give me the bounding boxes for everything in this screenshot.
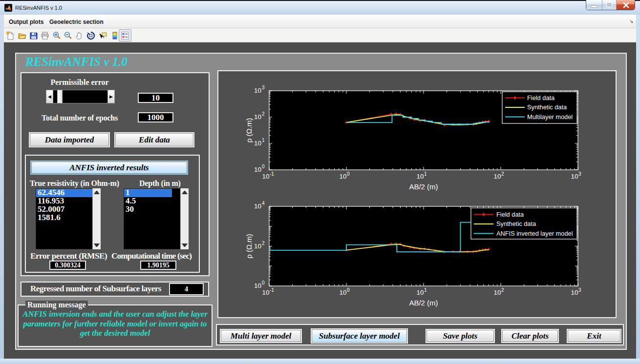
svg-text:AB/2 (m): AB/2 (m) xyxy=(409,182,438,191)
svg-text:4: 4 xyxy=(262,201,265,206)
svg-text:1: 1 xyxy=(262,138,265,143)
svg-text:AB/2 (m): AB/2 (m) xyxy=(409,299,438,307)
svg-text:0: 0 xyxy=(347,287,350,293)
svg-text:10: 10 xyxy=(416,289,424,296)
svg-text:10: 10 xyxy=(254,243,261,250)
svg-text:2: 2 xyxy=(501,287,504,293)
svg-text:3: 3 xyxy=(262,85,265,90)
svg-text:10: 10 xyxy=(254,202,261,210)
svg-text:ANFIS inverted layer model: ANFIS inverted layer model xyxy=(496,230,573,237)
svg-text:ρ (Ω.m): ρ (Ω.m) xyxy=(245,118,253,143)
svg-text:10: 10 xyxy=(416,173,424,180)
svg-text:1: 1 xyxy=(424,171,427,177)
svg-text:-1: -1 xyxy=(270,171,274,177)
svg-text:10: 10 xyxy=(254,282,261,289)
svg-text:2: 2 xyxy=(262,111,265,117)
svg-text:0: 0 xyxy=(262,280,265,285)
svg-text:10: 10 xyxy=(571,289,578,296)
svg-text:3: 3 xyxy=(578,171,581,177)
svg-text:2: 2 xyxy=(501,171,504,177)
svg-text:2: 2 xyxy=(262,241,265,246)
svg-text:Synthetic data: Synthetic data xyxy=(527,103,567,111)
svg-text:-1: -1 xyxy=(270,287,274,293)
svg-text:10: 10 xyxy=(254,166,261,173)
svg-text:10: 10 xyxy=(254,87,261,94)
svg-text:10: 10 xyxy=(339,173,346,180)
svg-text:1: 1 xyxy=(424,287,427,293)
svg-text:10: 10 xyxy=(493,289,501,296)
svg-text:10: 10 xyxy=(339,289,346,296)
svg-text:10: 10 xyxy=(254,113,261,121)
svg-text:3: 3 xyxy=(578,287,581,293)
svg-text:Field data: Field data xyxy=(527,94,555,101)
svg-text:10: 10 xyxy=(262,173,269,180)
svg-text:0: 0 xyxy=(347,171,350,177)
svg-text:0: 0 xyxy=(262,164,265,169)
svg-text:10: 10 xyxy=(254,140,261,147)
svg-text:10: 10 xyxy=(262,289,269,296)
svg-text:Synthetic data: Synthetic data xyxy=(496,220,536,227)
svg-text:10: 10 xyxy=(571,173,578,180)
svg-text:10: 10 xyxy=(493,173,501,180)
svg-text:Multilayer model: Multilayer model xyxy=(527,113,573,121)
svg-text:Field data: Field data xyxy=(496,211,524,218)
svg-text:ρ (Ω.m): ρ (Ω.m) xyxy=(245,234,253,259)
